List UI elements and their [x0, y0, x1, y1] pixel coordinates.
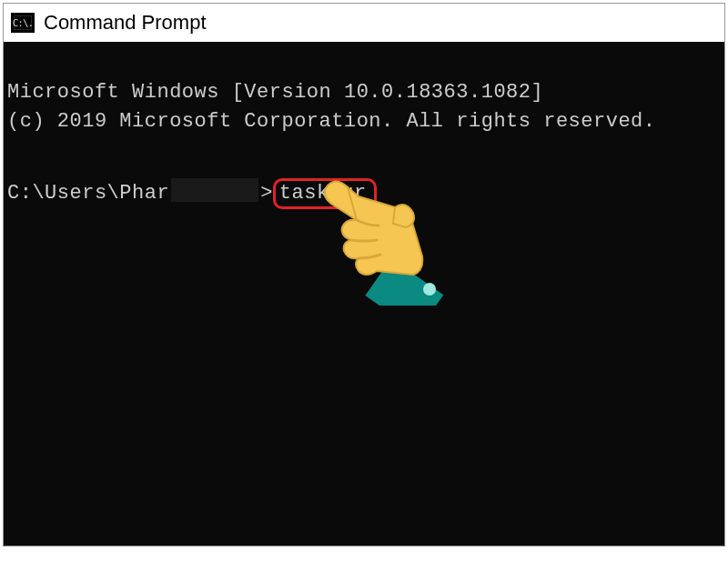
- prompt-line: C:\Users\Phar>taskmgr: [7, 175, 721, 209]
- prompt-suffix: >: [260, 179, 273, 208]
- redacted-username: [171, 178, 258, 202]
- prompt-path-prefix: C:\Users\Phar: [7, 179, 169, 208]
- title-bar[interactable]: C:\. Command Prompt: [4, 4, 724, 42]
- window-title: Command Prompt: [44, 11, 207, 35]
- command-prompt-window: C:\. Command Prompt Microsoft Windows [V…: [3, 3, 725, 547]
- copyright-line: (c) 2019 Microsoft Corporation. All righ…: [7, 110, 656, 133]
- typed-command: taskmgr: [273, 178, 377, 209]
- cmd-icon: C:\.: [11, 13, 35, 33]
- terminal-area[interactable]: Microsoft Windows [Version 10.0.18363.10…: [4, 42, 724, 546]
- version-line: Microsoft Windows [Version 10.0.18363.10…: [7, 81, 543, 104]
